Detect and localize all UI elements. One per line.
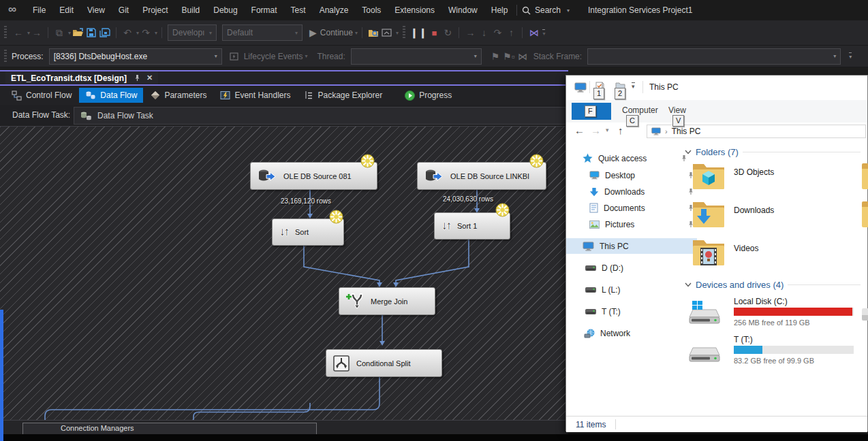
flag-custom-button[interactable]: ⚑▫ bbox=[502, 48, 516, 65]
watch-window-button[interactable] bbox=[367, 24, 380, 41]
close-icon[interactable]: ✕ bbox=[146, 74, 153, 82]
design-surface[interactable]: 23,169,120 rows 24,030,630 rows OLE DB S… bbox=[0, 126, 568, 421]
recent-locations-chevron[interactable]: ▾ bbox=[606, 127, 609, 133]
folder-search-icon bbox=[368, 29, 379, 37]
save-icon bbox=[87, 28, 96, 37]
menu-item-test[interactable]: Test bbox=[284, 0, 313, 20]
menu-item-git[interactable]: Git bbox=[112, 0, 136, 20]
tab-parameters[interactable]: Parameters bbox=[144, 88, 213, 103]
file-tab[interactable]: F bbox=[572, 103, 611, 120]
chevron-down-icon[interactable]: ▾ bbox=[155, 30, 157, 36]
toolbar-grip[interactable] bbox=[4, 26, 7, 39]
ole-db-source-icon bbox=[258, 169, 277, 184]
up-button[interactable]: ↑ bbox=[618, 125, 623, 136]
restart-button[interactable]: ↻ bbox=[441, 24, 454, 41]
menu-item-file[interactable]: File bbox=[26, 0, 52, 20]
data-flow-task-dropdown[interactable]: Data Flow Task bbox=[74, 107, 572, 125]
menu-item-edit[interactable]: Edit bbox=[52, 0, 80, 20]
nav-drive-d[interactable]: D (D:) bbox=[566, 260, 700, 276]
open-file-button[interactable] bbox=[71, 24, 84, 41]
document-tab[interactable]: ETL_EcoTransit.dtsx [Design] ✕ bbox=[5, 71, 158, 84]
new-project-button[interactable]: ⧉ bbox=[52, 24, 66, 41]
solution-config-dropdown[interactable]: Developı▾ bbox=[168, 24, 217, 41]
pin-icon[interactable] bbox=[134, 74, 141, 82]
tab-view[interactable]: View bbox=[668, 105, 686, 115]
data-flow-icon bbox=[85, 91, 96, 100]
stop-button[interactable]: ■ bbox=[427, 24, 441, 41]
flag-window-icon: ⚑▫ bbox=[503, 51, 515, 62]
menu-item-format[interactable]: Format bbox=[245, 0, 284, 20]
show-flagged-only-button[interactable]: ⋈ bbox=[516, 48, 529, 65]
debugbar-overflow-button[interactable]: ▾ bbox=[849, 52, 852, 60]
menu-item-view[interactable]: View bbox=[80, 0, 112, 20]
qat-customize-button[interactable]: ▾ bbox=[632, 82, 635, 90]
tab-progress[interactable]: Progress bbox=[399, 88, 458, 103]
menu-item-analyze[interactable]: Analyze bbox=[313, 0, 356, 20]
navigate-forward-button[interactable]: → bbox=[30, 24, 44, 41]
file-explorer-window: 1 2 ▾ This PC F Computer C View V ← → ▾ … bbox=[565, 75, 868, 431]
tab-label: Parameters bbox=[164, 91, 206, 100]
lifecycle-events-label[interactable]: Lifecycle Events bbox=[244, 52, 303, 61]
stack-frame-dropdown[interactable]: ▾ bbox=[587, 48, 841, 65]
menu-item-project[interactable]: Project bbox=[136, 0, 174, 20]
tab-computer[interactable]: Computer bbox=[622, 105, 658, 115]
menu-item-tools[interactable]: Tools bbox=[355, 0, 388, 20]
step-out-button[interactable]: ↑ bbox=[504, 24, 518, 41]
breakpoints-window-button[interactable]: ⋈ bbox=[527, 24, 540, 41]
back-button[interactable]: ← bbox=[574, 125, 585, 136]
menu-item-debug[interactable]: Debug bbox=[206, 0, 244, 20]
nav-drive-l[interactable]: L (L:) bbox=[566, 282, 700, 297]
drives-group-header[interactable]: Devices and drives (4) bbox=[685, 280, 863, 290]
forward-button[interactable]: → bbox=[591, 125, 601, 136]
navigate-back-button[interactable]: ← bbox=[12, 24, 25, 41]
menu-item-extensions[interactable]: Extensions bbox=[388, 0, 441, 20]
toolbar-grip[interactable] bbox=[403, 26, 405, 39]
save-button[interactable] bbox=[84, 24, 98, 41]
redo-button[interactable]: ↷ bbox=[139, 24, 153, 41]
thread-dropdown[interactable]: ▾ bbox=[351, 48, 482, 65]
hot-reload-button[interactable] bbox=[380, 24, 394, 41]
network-icon bbox=[584, 329, 595, 338]
breadcrumb-location[interactable]: This PC bbox=[672, 127, 701, 136]
undo-button[interactable]: ↶ bbox=[121, 24, 134, 41]
step-over-button[interactable]: ↷ bbox=[491, 24, 504, 41]
flag-threads-button[interactable]: ⚑ bbox=[489, 48, 502, 65]
component-label: Merge Join bbox=[371, 297, 407, 306]
connection-managers-tab[interactable]: Connection Managers bbox=[22, 423, 317, 435]
process-dropdown[interactable]: [8336] DtsDebugHost.exe▾ bbox=[49, 48, 222, 65]
folders-group-header[interactable]: Folders (7) bbox=[685, 147, 863, 157]
lifecycle-events-button[interactable] bbox=[228, 48, 241, 65]
component-ole-db-source-linkbi[interactable]: OLE DB Source LINKBI bbox=[417, 162, 546, 190]
tab-data-flow[interactable]: Data Flow bbox=[79, 88, 143, 103]
component-merge-join[interactable]: Merge Join bbox=[339, 287, 435, 315]
solution-config-value: Developı bbox=[172, 28, 204, 37]
tab-package-explorer[interactable]: Package Explorer bbox=[298, 88, 388, 103]
step-into-button[interactable]: ↓ bbox=[477, 24, 491, 41]
tab-event-handlers[interactable]: Event Handlers bbox=[214, 88, 296, 103]
nav-label: Documents bbox=[604, 203, 645, 213]
show-next-statement-button[interactable]: → bbox=[463, 24, 477, 41]
toolbar-grip[interactable] bbox=[4, 50, 7, 63]
search-box[interactable]: Search ▾ bbox=[522, 0, 570, 20]
clipped-folder-icon[interactable] bbox=[862, 201, 868, 227]
menu-item-build[interactable]: Build bbox=[175, 0, 207, 20]
clipped-folder-icon[interactable] bbox=[862, 163, 868, 189]
nav-this-pc[interactable]: This PC bbox=[566, 238, 697, 254]
address-box[interactable]: › This PC bbox=[647, 125, 866, 138]
component-conditional-split[interactable]: Conditional Split bbox=[326, 349, 442, 377]
menu-item-help[interactable]: Help bbox=[484, 0, 515, 20]
menu-item-window[interactable]: Window bbox=[441, 0, 484, 20]
nav-quick-access[interactable]: Quick access bbox=[566, 150, 697, 166]
nav-drive-t[interactable]: T (T:) bbox=[566, 304, 700, 319]
save-all-button[interactable] bbox=[98, 24, 112, 41]
component-ole-db-source-081[interactable]: OLE DB Source 081 bbox=[250, 162, 377, 190]
tab-control-flow[interactable]: Control Flow bbox=[5, 88, 78, 103]
clipped-drive-icon[interactable] bbox=[862, 308, 868, 321]
pause-button[interactable]: ❙❙ bbox=[410, 24, 427, 41]
toolbar-overflow-button[interactable]: ▾ bbox=[542, 29, 545, 37]
platform-dropdown[interactable]: Default▾ bbox=[222, 24, 303, 41]
explorer-title-bar[interactable]: 1 2 ▾ This PC bbox=[566, 76, 867, 100]
chevron-down-icon[interactable]: ▾ bbox=[396, 30, 399, 36]
continue-button[interactable]: ▶ Continue ▾ bbox=[309, 24, 358, 41]
nav-network[interactable]: Network bbox=[566, 325, 698, 341]
